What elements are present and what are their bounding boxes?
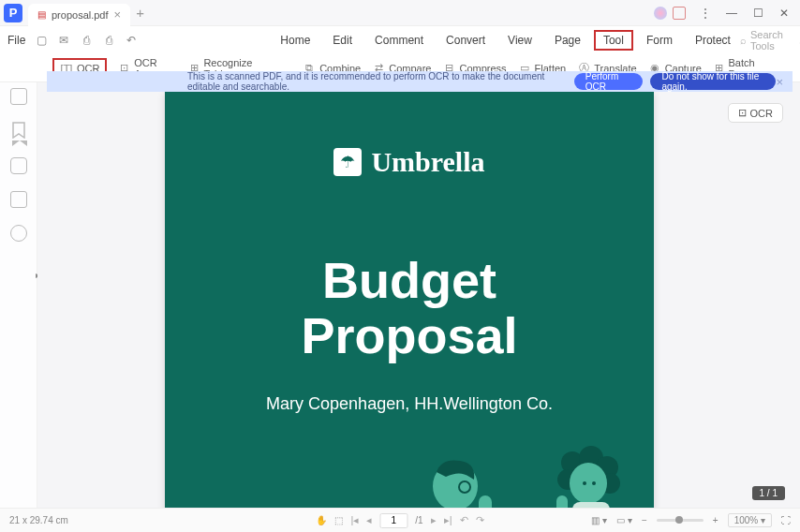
- menu-home[interactable]: Home: [271, 30, 319, 51]
- minimize-button[interactable]: —: [719, 4, 744, 22]
- attachments-icon[interactable]: [10, 191, 27, 208]
- maximize-button[interactable]: ☐: [746, 4, 770, 22]
- color-theme-icon[interactable]: [654, 7, 667, 20]
- svg-point-9: [570, 463, 607, 504]
- select-tool-icon[interactable]: ⬚: [334, 515, 343, 525]
- document-title: Budget Proposal: [165, 253, 654, 364]
- first-page-button[interactable]: |◂: [350, 514, 359, 526]
- search-tools[interactable]: ⌕ Search Tools: [740, 29, 783, 52]
- page-navigation: ✋ ⬚ |◂ ◂ /1 ▸ ▸| ↶ ↷: [316, 513, 483, 528]
- folder-icon[interactable]: ✉: [55, 33, 72, 48]
- zoom-in-button[interactable]: +: [713, 515, 719, 525]
- svg-point-10: [583, 481, 586, 485]
- menu-items: Home Edit Comment Convert View Page Tool…: [271, 30, 740, 51]
- app-logo: P: [4, 4, 22, 22]
- umbrella-logo-icon: ☂: [333, 148, 362, 176]
- tab-title: proposal.pdf: [52, 9, 109, 21]
- undo-icon[interactable]: ↶: [123, 33, 140, 48]
- add-tab-button[interactable]: +: [136, 5, 144, 21]
- zoom-value[interactable]: 100% ▾: [728, 513, 772, 527]
- next-page-button[interactable]: ▸: [431, 514, 437, 526]
- fullscreen-icon[interactable]: ⛶: [781, 515, 791, 525]
- rotate-right-icon[interactable]: ↷: [476, 514, 484, 526]
- person-right-illustration: [540, 444, 643, 508]
- menu-form[interactable]: Form: [637, 30, 682, 51]
- statusbar: 21 x 29.74 cm ✋ ⬚ |◂ ◂ /1 ▸ ▸| ↶ ↷ ▥ ▾ ▭…: [0, 508, 800, 532]
- file-menu[interactable]: File: [7, 34, 25, 47]
- ocr-notification: This is a scanned PDF, and it is recomme…: [47, 71, 793, 92]
- document-area[interactable]: ☂ Umbrella Budget Proposal Mary Copenhag…: [37, 82, 800, 508]
- document-page: ☂ Umbrella Budget Proposal Mary Copenhag…: [165, 92, 654, 508]
- svg-rect-3: [479, 495, 492, 508]
- titlebar: P ▤ proposal.pdf × + ⋮ — ☐ ✕: [0, 0, 800, 26]
- menu-convert[interactable]: Convert: [437, 30, 495, 51]
- svg-point-11: [592, 481, 596, 485]
- perform-ocr-button[interactable]: Perform OCR: [574, 73, 644, 90]
- brand-name: Umbrella: [371, 146, 484, 178]
- page-indicator: 1 / 1: [752, 486, 785, 500]
- search-panel-icon[interactable]: [10, 225, 27, 242]
- fit-mode-icon[interactable]: ▭ ▾: [616, 515, 632, 525]
- menu-view[interactable]: View: [498, 30, 541, 51]
- document-tab[interactable]: ▤ proposal.pdf ×: [28, 4, 130, 26]
- zoom-slider[interactable]: [657, 519, 704, 522]
- close-tab-icon[interactable]: ×: [114, 7, 122, 22]
- page-dimensions: 21 x 29.74 cm: [9, 515, 68, 525]
- more-icon[interactable]: ⋮: [693, 4, 718, 22]
- search-icon: ⌕: [740, 35, 747, 46]
- open-icon[interactable]: ▢: [33, 33, 50, 48]
- brand-row: ☂ Umbrella: [165, 146, 654, 178]
- illustration: [165, 438, 654, 508]
- print-icon[interactable]: ⎙: [100, 33, 117, 48]
- page-number-input[interactable]: [379, 513, 407, 528]
- dismiss-file-button[interactable]: Do not show for this file again.: [650, 73, 776, 90]
- rotate-left-icon[interactable]: ↶: [460, 514, 468, 526]
- thumbnails-icon[interactable]: [10, 88, 27, 105]
- pdf-icon: ▤: [37, 9, 46, 20]
- bookmarks-icon[interactable]: [12, 122, 25, 140]
- prev-page-button[interactable]: ◂: [366, 514, 372, 526]
- hand-tool-icon[interactable]: ✋: [316, 515, 327, 525]
- view-mode-icon[interactable]: ▥ ▾: [591, 515, 607, 525]
- menu-tool[interactable]: Tool: [594, 30, 633, 51]
- menu-comment[interactable]: Comment: [365, 30, 433, 51]
- left-sidebar: ▸: [0, 82, 37, 508]
- zoom-handle[interactable]: [675, 516, 683, 524]
- last-page-button[interactable]: ▸|: [444, 514, 452, 526]
- menu-edit[interactable]: Edit: [323, 30, 362, 51]
- ocr-badge-icon: ⊡: [738, 107, 747, 119]
- svg-rect-13: [556, 495, 568, 508]
- person-left-illustration: [408, 444, 511, 508]
- ocr-floating-button[interactable]: ⊡ OCR: [728, 103, 783, 123]
- notification-text: This is a scanned PDF, and it is recomme…: [187, 71, 567, 92]
- menu-protect[interactable]: Protect: [686, 30, 740, 51]
- window-controls: ⋮ — ☐ ✕: [693, 4, 796, 22]
- menubar: File ▢ ✉ ⎙ ⎙ ↶ Home Edit Comment Convert…: [0, 26, 800, 54]
- close-notification-icon[interactable]: ×: [776, 75, 783, 89]
- menu-page[interactable]: Page: [545, 30, 590, 51]
- document-subtitle: Mary Copenhagen, HH.Wellington Co.: [165, 394, 654, 414]
- zoom-out-button[interactable]: −: [642, 515, 647, 525]
- close-window-button[interactable]: ✕: [772, 4, 796, 22]
- clipboard-icon[interactable]: [673, 7, 686, 20]
- save-icon[interactable]: ⎙: [78, 33, 95, 48]
- search-placeholder: Search Tools: [750, 29, 783, 52]
- comments-icon[interactable]: [10, 157, 27, 174]
- page-total: /1: [415, 515, 422, 525]
